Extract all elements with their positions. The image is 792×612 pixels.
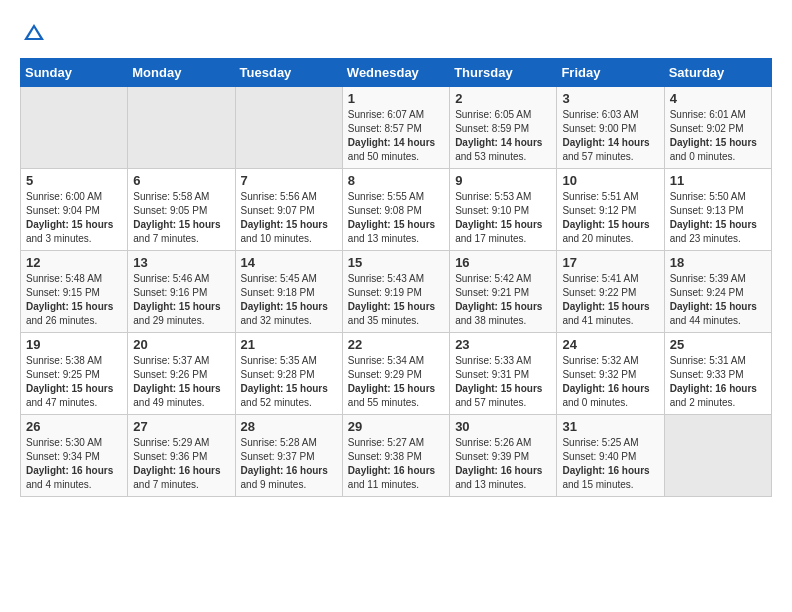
calendar-cell: 24Sunrise: 5:32 AMSunset: 9:32 PMDayligh… <box>557 333 664 415</box>
calendar-cell: 21Sunrise: 5:35 AMSunset: 9:28 PMDayligh… <box>235 333 342 415</box>
day-info: Sunrise: 5:51 AMSunset: 9:12 PMDaylight:… <box>562 190 658 246</box>
calendar-cell <box>128 87 235 169</box>
day-number: 5 <box>26 173 122 188</box>
day-info: Sunrise: 5:45 AMSunset: 9:18 PMDaylight:… <box>241 272 337 328</box>
calendar-week-row: 19Sunrise: 5:38 AMSunset: 9:25 PMDayligh… <box>21 333 772 415</box>
day-info: Sunrise: 5:35 AMSunset: 9:28 PMDaylight:… <box>241 354 337 410</box>
calendar-cell: 22Sunrise: 5:34 AMSunset: 9:29 PMDayligh… <box>342 333 449 415</box>
day-info: Sunrise: 5:27 AMSunset: 9:38 PMDaylight:… <box>348 436 444 492</box>
logo-icon <box>20 20 48 48</box>
calendar-cell: 26Sunrise: 5:30 AMSunset: 9:34 PMDayligh… <box>21 415 128 497</box>
weekday-header-wednesday: Wednesday <box>342 59 449 87</box>
day-info: Sunrise: 5:46 AMSunset: 9:16 PMDaylight:… <box>133 272 229 328</box>
day-number: 31 <box>562 419 658 434</box>
day-info: Sunrise: 5:28 AMSunset: 9:37 PMDaylight:… <box>241 436 337 492</box>
calendar-cell <box>235 87 342 169</box>
day-info: Sunrise: 6:03 AMSunset: 9:00 PMDaylight:… <box>562 108 658 164</box>
day-info: Sunrise: 6:00 AMSunset: 9:04 PMDaylight:… <box>26 190 122 246</box>
day-info: Sunrise: 5:53 AMSunset: 9:10 PMDaylight:… <box>455 190 551 246</box>
day-info: Sunrise: 5:43 AMSunset: 9:19 PMDaylight:… <box>348 272 444 328</box>
day-info: Sunrise: 5:58 AMSunset: 9:05 PMDaylight:… <box>133 190 229 246</box>
day-number: 28 <box>241 419 337 434</box>
weekday-header-friday: Friday <box>557 59 664 87</box>
day-info: Sunrise: 6:05 AMSunset: 8:59 PMDaylight:… <box>455 108 551 164</box>
calendar-cell: 28Sunrise: 5:28 AMSunset: 9:37 PMDayligh… <box>235 415 342 497</box>
day-info: Sunrise: 5:34 AMSunset: 9:29 PMDaylight:… <box>348 354 444 410</box>
day-number: 9 <box>455 173 551 188</box>
day-info: Sunrise: 5:48 AMSunset: 9:15 PMDaylight:… <box>26 272 122 328</box>
day-number: 30 <box>455 419 551 434</box>
day-info: Sunrise: 5:32 AMSunset: 9:32 PMDaylight:… <box>562 354 658 410</box>
calendar-week-row: 5Sunrise: 6:00 AMSunset: 9:04 PMDaylight… <box>21 169 772 251</box>
weekday-header-tuesday: Tuesday <box>235 59 342 87</box>
calendar-cell: 23Sunrise: 5:33 AMSunset: 9:31 PMDayligh… <box>450 333 557 415</box>
calendar-cell: 14Sunrise: 5:45 AMSunset: 9:18 PMDayligh… <box>235 251 342 333</box>
calendar-week-row: 1Sunrise: 6:07 AMSunset: 8:57 PMDaylight… <box>21 87 772 169</box>
calendar-cell: 15Sunrise: 5:43 AMSunset: 9:19 PMDayligh… <box>342 251 449 333</box>
day-info: Sunrise: 5:30 AMSunset: 9:34 PMDaylight:… <box>26 436 122 492</box>
day-info: Sunrise: 5:25 AMSunset: 9:40 PMDaylight:… <box>562 436 658 492</box>
day-info: Sunrise: 5:38 AMSunset: 9:25 PMDaylight:… <box>26 354 122 410</box>
calendar-cell: 18Sunrise: 5:39 AMSunset: 9:24 PMDayligh… <box>664 251 771 333</box>
day-info: Sunrise: 5:55 AMSunset: 9:08 PMDaylight:… <box>348 190 444 246</box>
calendar-cell: 12Sunrise: 5:48 AMSunset: 9:15 PMDayligh… <box>21 251 128 333</box>
day-number: 22 <box>348 337 444 352</box>
day-info: Sunrise: 5:50 AMSunset: 9:13 PMDaylight:… <box>670 190 766 246</box>
calendar-cell <box>21 87 128 169</box>
calendar-cell: 27Sunrise: 5:29 AMSunset: 9:36 PMDayligh… <box>128 415 235 497</box>
calendar-cell: 31Sunrise: 5:25 AMSunset: 9:40 PMDayligh… <box>557 415 664 497</box>
calendar-cell: 20Sunrise: 5:37 AMSunset: 9:26 PMDayligh… <box>128 333 235 415</box>
day-number: 24 <box>562 337 658 352</box>
day-info: Sunrise: 5:29 AMSunset: 9:36 PMDaylight:… <box>133 436 229 492</box>
calendar-cell: 2Sunrise: 6:05 AMSunset: 8:59 PMDaylight… <box>450 87 557 169</box>
weekday-header-monday: Monday <box>128 59 235 87</box>
day-info: Sunrise: 6:01 AMSunset: 9:02 PMDaylight:… <box>670 108 766 164</box>
day-info: Sunrise: 5:41 AMSunset: 9:22 PMDaylight:… <box>562 272 658 328</box>
page-header <box>20 20 772 48</box>
day-number: 23 <box>455 337 551 352</box>
day-number: 4 <box>670 91 766 106</box>
weekday-header-saturday: Saturday <box>664 59 771 87</box>
calendar-cell: 5Sunrise: 6:00 AMSunset: 9:04 PMDaylight… <box>21 169 128 251</box>
day-number: 21 <box>241 337 337 352</box>
day-number: 14 <box>241 255 337 270</box>
calendar-cell: 17Sunrise: 5:41 AMSunset: 9:22 PMDayligh… <box>557 251 664 333</box>
calendar-cell: 13Sunrise: 5:46 AMSunset: 9:16 PMDayligh… <box>128 251 235 333</box>
day-number: 11 <box>670 173 766 188</box>
calendar-week-row: 12Sunrise: 5:48 AMSunset: 9:15 PMDayligh… <box>21 251 772 333</box>
calendar-cell: 10Sunrise: 5:51 AMSunset: 9:12 PMDayligh… <box>557 169 664 251</box>
day-info: Sunrise: 5:26 AMSunset: 9:39 PMDaylight:… <box>455 436 551 492</box>
calendar-cell <box>664 415 771 497</box>
day-number: 25 <box>670 337 766 352</box>
day-number: 15 <box>348 255 444 270</box>
day-info: Sunrise: 5:37 AMSunset: 9:26 PMDaylight:… <box>133 354 229 410</box>
calendar-cell: 11Sunrise: 5:50 AMSunset: 9:13 PMDayligh… <box>664 169 771 251</box>
day-info: Sunrise: 5:31 AMSunset: 9:33 PMDaylight:… <box>670 354 766 410</box>
day-number: 26 <box>26 419 122 434</box>
day-number: 1 <box>348 91 444 106</box>
calendar-cell: 30Sunrise: 5:26 AMSunset: 9:39 PMDayligh… <box>450 415 557 497</box>
day-number: 8 <box>348 173 444 188</box>
day-info: Sunrise: 6:07 AMSunset: 8:57 PMDaylight:… <box>348 108 444 164</box>
calendar-cell: 1Sunrise: 6:07 AMSunset: 8:57 PMDaylight… <box>342 87 449 169</box>
calendar-cell: 16Sunrise: 5:42 AMSunset: 9:21 PMDayligh… <box>450 251 557 333</box>
day-number: 12 <box>26 255 122 270</box>
day-info: Sunrise: 5:33 AMSunset: 9:31 PMDaylight:… <box>455 354 551 410</box>
day-number: 3 <box>562 91 658 106</box>
day-number: 10 <box>562 173 658 188</box>
calendar-cell: 9Sunrise: 5:53 AMSunset: 9:10 PMDaylight… <box>450 169 557 251</box>
day-info: Sunrise: 5:39 AMSunset: 9:24 PMDaylight:… <box>670 272 766 328</box>
day-number: 18 <box>670 255 766 270</box>
weekday-header-thursday: Thursday <box>450 59 557 87</box>
day-number: 2 <box>455 91 551 106</box>
calendar-week-row: 26Sunrise: 5:30 AMSunset: 9:34 PMDayligh… <box>21 415 772 497</box>
calendar-table: SundayMondayTuesdayWednesdayThursdayFrid… <box>20 58 772 497</box>
day-number: 27 <box>133 419 229 434</box>
calendar-cell: 4Sunrise: 6:01 AMSunset: 9:02 PMDaylight… <box>664 87 771 169</box>
day-number: 20 <box>133 337 229 352</box>
day-number: 16 <box>455 255 551 270</box>
day-number: 7 <box>241 173 337 188</box>
day-info: Sunrise: 5:56 AMSunset: 9:07 PMDaylight:… <box>241 190 337 246</box>
day-number: 29 <box>348 419 444 434</box>
calendar-cell: 3Sunrise: 6:03 AMSunset: 9:00 PMDaylight… <box>557 87 664 169</box>
